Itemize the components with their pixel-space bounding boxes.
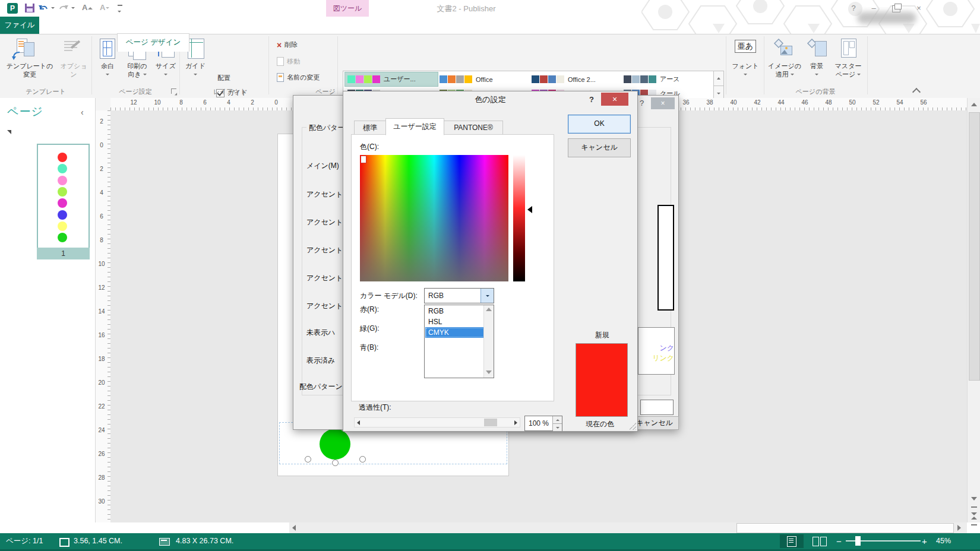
zoom-in-button[interactable]: + <box>922 533 927 549</box>
slider-right-icon[interactable] <box>514 420 517 425</box>
color-scheme-item[interactable]: Office 2... <box>529 72 622 86</box>
collapse-ribbon-icon[interactable] <box>913 88 919 94</box>
model-option-RGB[interactable]: RGB <box>425 306 487 316</box>
color-model-value: RGB <box>428 292 444 300</box>
model-option-HSL[interactable]: HSL <box>425 316 487 327</box>
color-gradient-field[interactable] <box>360 155 508 281</box>
shrink-font-icon[interactable]: A <box>100 3 109 12</box>
scheme-swatches <box>624 75 656 83</box>
titlebar: P A A 図ツール 文書2 - Publisher ? – × <box>0 0 980 17</box>
spin-down-icon[interactable] <box>553 423 562 431</box>
swatch <box>640 75 648 83</box>
page-indicator[interactable]: ページ: 1/1 <box>6 533 43 549</box>
spinner-arrows[interactable] <box>552 416 562 430</box>
collapse-panel-icon[interactable]: ‹ <box>81 107 84 117</box>
spin-up-icon[interactable] <box>553 416 562 423</box>
color-scheme-item[interactable]: Office <box>437 72 530 86</box>
cancel-button[interactable]: キャンセル <box>568 138 631 157</box>
tab-standard[interactable]: 標準 <box>354 121 386 135</box>
scroll-left-icon[interactable] <box>292 525 296 531</box>
resize-grip[interactable] <box>629 423 636 430</box>
vertical-scroll-thumb[interactable] <box>969 112 980 381</box>
selection-handle[interactable] <box>359 456 366 463</box>
two-page-view-button[interactable] <box>808 534 832 548</box>
apply-image-button[interactable]: イメージの適用 <box>767 37 802 79</box>
ribbon-tab-row: ファイル 書式 ホーム挿入ページ デザイン差し込み文書校閲表示 <box>0 17 980 34</box>
undo-icon[interactable] <box>38 4 49 13</box>
scroll-down-icon[interactable] <box>486 370 492 374</box>
tab-3[interactable]: ページ デザイン <box>117 33 189 52</box>
scroll-right-icon[interactable] <box>957 525 961 531</box>
scroll-down-icon[interactable] <box>971 497 977 501</box>
ruler-number: 28 <box>97 474 106 481</box>
scheme-dialog-help-icon[interactable]: ? <box>640 99 644 107</box>
panel-section-expander-icon[interactable] <box>7 130 11 134</box>
transparency-value-spinner[interactable]: 100 % <box>524 416 562 431</box>
undo-dropdown-icon[interactable] <box>51 7 55 9</box>
horizontal-scroll-thumb[interactable] <box>736 523 954 533</box>
color-picker-marker[interactable] <box>361 156 366 163</box>
selection-handle[interactable] <box>332 460 339 466</box>
ruler-number: 48 <box>823 99 834 106</box>
page-setup-dialog-launcher-icon[interactable] <box>171 88 176 94</box>
ruler-number: 10 <box>97 261 106 267</box>
save-icon[interactable] <box>25 4 34 12</box>
zoom-slider-thumb[interactable] <box>855 536 861 546</box>
vertical-ruler[interactable]: 2024681012141618202224262830 <box>96 110 111 522</box>
object-position[interactable]: 3.56, 1.45 CM. <box>74 533 122 549</box>
horizontal-scrollbar[interactable] <box>95 522 967 533</box>
chevron-down-icon[interactable] <box>480 289 494 303</box>
scheme-name-input[interactable] <box>640 400 674 415</box>
gallery-scroll-up-button[interactable] <box>713 71 724 86</box>
redo-icon[interactable] <box>58 4 69 13</box>
luminance-bar[interactable] <box>513 155 525 281</box>
transparency-slider[interactable] <box>354 417 520 428</box>
help-button[interactable]: ? <box>846 4 861 12</box>
model-option-CMYK[interactable]: CMYK <box>425 327 487 338</box>
selected-circle-shape[interactable] <box>320 429 350 460</box>
ruler-number: 22 <box>97 403 106 410</box>
close-button[interactable]: × <box>911 4 927 12</box>
dropdown-scrollbar[interactable] <box>483 305 494 378</box>
zoom-level[interactable]: 45% <box>936 533 951 549</box>
rename-page-button[interactable]: 名前の変更 <box>277 73 320 82</box>
page-thumbnail-1[interactable] <box>37 144 90 250</box>
swatch <box>372 75 380 83</box>
scheme-dialog-close-icon[interactable]: × <box>651 97 675 109</box>
scheme-dialog-label: アクセント <box>306 245 343 255</box>
delete-page-button[interactable]: ×削除 <box>277 40 298 49</box>
scheme-fonts-button[interactable]: 亜あ フォント <box>728 37 763 79</box>
page-down-icon[interactable] <box>971 515 977 525</box>
tab-file[interactable]: ファイル <box>0 17 39 34</box>
tab-pantone[interactable]: PANTONE® <box>444 121 503 135</box>
color-scheme-item[interactable]: アース <box>621 72 714 86</box>
object-size[interactable]: 4.83 X 26.73 CM. <box>176 533 233 549</box>
scheme-dialog-label: アクセント <box>306 301 343 311</box>
single-page-view-button[interactable] <box>780 534 804 548</box>
slider-left-icon[interactable] <box>357 420 360 425</box>
background-button[interactable]: 背景 <box>803 37 830 79</box>
scroll-up-icon[interactable] <box>486 308 492 311</box>
minimize-button[interactable]: – <box>866 4 881 12</box>
change-template-button[interactable]: テンプレートの変更 <box>4 37 56 79</box>
color-model-dropdown-list: RGBHSLCMYK <box>424 305 494 378</box>
color-model-select[interactable]: RGB <box>424 288 494 303</box>
vertical-scrollbar[interactable] <box>967 98 980 522</box>
colors-dialog-help-icon[interactable]: ? <box>589 95 594 104</box>
luminance-arrow-icon[interactable] <box>527 206 532 213</box>
scroll-up-icon[interactable] <box>971 103 977 106</box>
fonts-label: フォント <box>732 62 758 69</box>
slider-thumb[interactable] <box>484 419 497 426</box>
color-scheme-item[interactable]: ユーザー... <box>345 72 438 86</box>
selection-handle[interactable] <box>305 456 311 463</box>
master-pages-button[interactable]: マスターページ <box>832 37 865 79</box>
tab-custom[interactable]: ユーザー設定 <box>385 118 444 135</box>
ruler-number: 0 <box>270 99 282 106</box>
redo-dropdown-icon[interactable] <box>71 7 75 9</box>
ok-button[interactable]: OK <box>568 115 631 134</box>
colors-dialog-close-icon[interactable]: × <box>601 93 628 106</box>
grow-font-icon[interactable]: A <box>82 3 93 12</box>
ruler-number: 6 <box>97 213 106 220</box>
zoom-out-button[interactable]: − <box>836 533 842 549</box>
quick-access-customize-icon[interactable] <box>118 5 122 15</box>
